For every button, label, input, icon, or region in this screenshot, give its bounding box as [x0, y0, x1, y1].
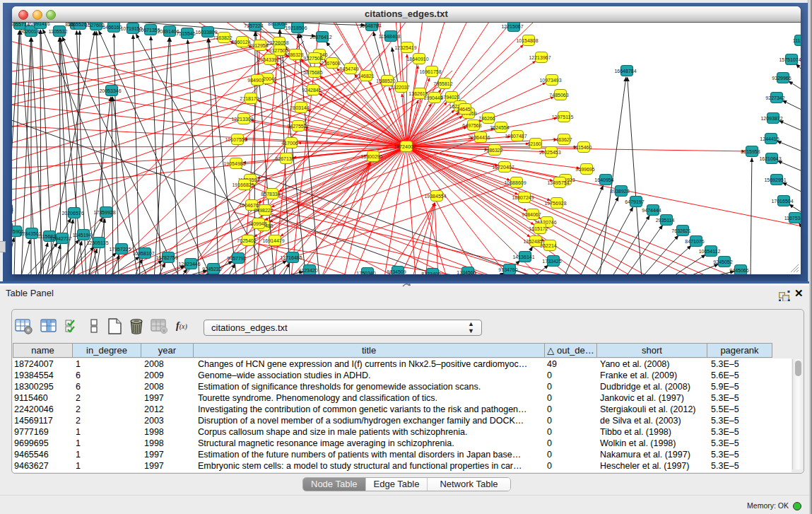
svg-text:9474444: 9474444	[642, 208, 661, 213]
svg-text:746266: 746266	[478, 116, 495, 121]
svg-text:7625402: 7625402	[237, 238, 256, 243]
svg-text:9620014: 9620014	[20, 29, 39, 34]
svg-text:9146821: 9146821	[355, 74, 374, 78]
svg-text:984901: 984901	[247, 78, 264, 83]
svg-text:8660124: 8660124	[231, 40, 250, 45]
svg-text:9084067: 9084067	[522, 212, 541, 217]
svg-text:17957225: 17957225	[109, 247, 131, 252]
svg-text:1322037: 1322037	[390, 85, 409, 90]
svg-text:8912954: 8912954	[249, 43, 268, 48]
svg-text:20364436: 20364436	[468, 135, 490, 140]
svg-text:10958107: 10958107	[132, 251, 154, 256]
svg-text:19054985: 19054985	[223, 161, 245, 166]
svg-text:13495754: 13495754	[547, 180, 569, 185]
svg-text:12923446: 12923446	[178, 262, 200, 267]
svg-text:9327508: 9327508	[303, 56, 322, 61]
svg-text:1145194: 1145194	[73, 233, 92, 238]
svg-text:10807487: 10807487	[505, 134, 526, 139]
svg-text:16210643: 16210643	[759, 156, 781, 161]
svg-text:7955812: 7955812	[433, 81, 452, 86]
svg-text:252214: 252214	[540, 243, 556, 248]
svg-text:7632621: 7632621	[671, 228, 690, 233]
svg-text:8123406: 8123406	[421, 271, 440, 275]
svg-text:7357224: 7357224	[244, 23, 263, 28]
svg-text:17016504: 17016504	[771, 199, 793, 204]
svg-text:9245052: 9245052	[713, 259, 732, 264]
svg-text:23226058: 23226058	[266, 40, 288, 45]
svg-text:2367608: 2367608	[321, 61, 340, 66]
svg-text:11120: 11120	[793, 38, 801, 43]
svg-text:13975115: 13975115	[552, 115, 574, 119]
svg-text:19218506: 19218506	[285, 25, 307, 30]
svg-text:10107552: 10107552	[225, 137, 247, 142]
svg-text:5875685: 5875685	[303, 70, 322, 75]
svg-text:x: x	[163, 327, 165, 334]
svg-text:8471076: 8471076	[685, 239, 704, 244]
svg-text:6497568: 6497568	[462, 123, 481, 128]
svg-text:12505135: 12505135	[86, 240, 108, 245]
svg-text:13716485: 13716485	[280, 255, 302, 260]
svg-text:9123420: 9123420	[298, 268, 317, 273]
svg-text:8578334: 8578334	[261, 192, 280, 197]
svg-text:20206576: 20206576	[61, 211, 83, 216]
svg-text:2718170: 2718170	[240, 96, 259, 101]
svg-text:1750340: 1750340	[356, 271, 375, 275]
svg-text:9427552: 9427552	[287, 124, 306, 129]
svg-text:1615172: 1615172	[529, 226, 548, 231]
svg-text:417006: 417006	[281, 141, 298, 146]
svg-text:9115460: 9115460	[573, 145, 592, 150]
svg-text:7986322: 7986322	[483, 148, 502, 153]
svg-text:12213967: 12213967	[529, 55, 551, 60]
svg-text:3267130: 3267130	[275, 156, 294, 161]
svg-text:9463627: 9463627	[553, 137, 572, 142]
svg-text:7485063: 7485063	[549, 93, 568, 98]
svg-text:17359928: 17359928	[93, 210, 115, 215]
svg-text:1527602: 1527602	[85, 23, 104, 28]
svg-text:8454749: 8454749	[339, 66, 358, 71]
svg-text:19756928: 19756928	[544, 201, 566, 206]
svg-text:9329966: 9329966	[772, 76, 791, 81]
svg-text:1588520: 1588520	[376, 78, 395, 83]
svg-text:16782759: 16782759	[155, 255, 177, 260]
svg-text:1334560: 1334560	[457, 270, 476, 275]
svg-text:9498222: 9498222	[254, 208, 273, 213]
svg-text:9245232: 9245232	[202, 267, 221, 271]
svg-text:3624554: 3624554	[490, 125, 509, 130]
svg-text:12093872: 12093872	[760, 116, 782, 121]
svg-text:1733426: 1733426	[542, 259, 561, 264]
svg-text:10688609: 10688609	[504, 180, 526, 185]
svg-text:62160: 62160	[527, 141, 541, 146]
svg-text:16648784: 16648784	[614, 69, 636, 74]
svg-text:1640954: 1640954	[594, 177, 613, 182]
svg-text:9445066: 9445066	[729, 268, 748, 273]
svg-text:16961758: 16961758	[419, 69, 441, 74]
svg-text:12215067: 12215067	[501, 24, 523, 29]
svg-text:18640910: 18640910	[406, 57, 428, 62]
svg-text:10543392: 10543392	[257, 57, 279, 62]
svg-text:6479197: 6479197	[625, 199, 644, 204]
svg-text:10154808: 10154808	[516, 38, 538, 43]
svg-text:10973493: 10973493	[539, 78, 561, 83]
svg-text:15692951: 15692951	[764, 177, 786, 182]
svg-text:6794028: 6794028	[440, 95, 459, 100]
svg-text:1167534: 1167534	[784, 216, 801, 221]
svg-text:12213309: 12213309	[231, 117, 253, 122]
svg-text:11548408: 11548408	[379, 34, 401, 39]
svg-text:9809948: 9809948	[247, 221, 266, 226]
svg-text:18724007: 18724007	[394, 144, 416, 149]
svg-text:20091416: 20091416	[28, 23, 49, 26]
svg-text:1244415: 1244415	[760, 136, 779, 141]
svg-text:9457791: 9457791	[227, 256, 246, 261]
svg-text:10025453: 10025453	[539, 150, 560, 155]
svg-text:16648784: 16648784	[359, 23, 381, 28]
svg-text:2935114: 2935114	[656, 218, 675, 223]
svg-text:12942737: 12942737	[49, 236, 71, 241]
svg-text:15751074: 15751074	[779, 57, 801, 62]
svg-text:34645: 34645	[457, 107, 471, 112]
svg-text:10046766: 10046766	[239, 203, 261, 208]
svg-text:9227342: 9227342	[765, 95, 784, 100]
svg-text:14136141: 14136141	[512, 255, 534, 259]
svg-text:8938928: 8938928	[610, 189, 629, 194]
svg-text:9134509: 9134509	[387, 269, 406, 274]
svg-text:6466160: 6466160	[102, 25, 122, 30]
